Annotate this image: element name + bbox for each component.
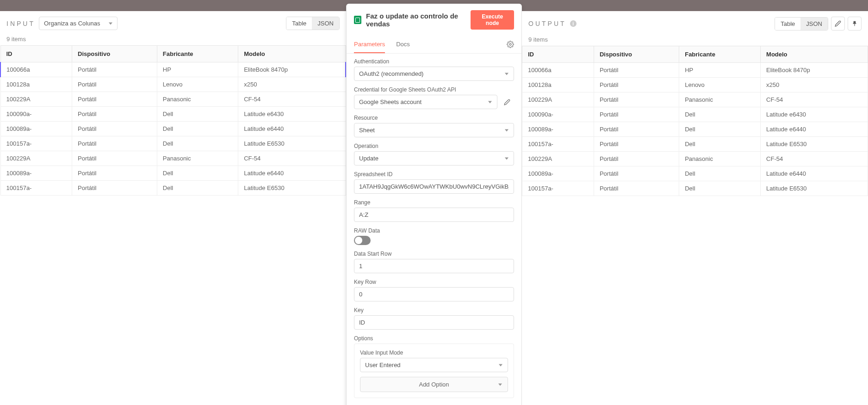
table-cell: Latitude e6440: [761, 122, 868, 137]
table-cell: 100157a-: [0, 181, 72, 196]
table-row[interactable]: 100157a-PortátilDellLatitude E6530: [522, 181, 868, 196]
input-source-select[interactable]: Organiza as Colunas: [39, 17, 118, 30]
table-row[interactable]: 100089a-PortátilDellLatitude e6440: [0, 166, 346, 181]
table-row[interactable]: 100229APortátilPanasonicCF-54: [0, 92, 346, 107]
value-input-mode-label: Value Input Mode: [360, 350, 508, 356]
output-items-count: 9 items: [528, 36, 862, 43]
table-cell: Portátil: [72, 92, 157, 107]
range-input[interactable]: [354, 208, 514, 222]
raw-data-label: RAW Data: [354, 227, 514, 234]
authentication-value: OAuth2 (recommended): [354, 67, 514, 81]
table-row[interactable]: 100157a-PortátilDellLatitude E6530: [0, 181, 346, 196]
node-title: Faz o update ao controlo de vendas: [366, 12, 471, 28]
table-cell: 100229A: [522, 152, 594, 166]
input-table: IDDispositivoFabricanteModelo 100066aPor…: [0, 45, 346, 196]
output-view-json[interactable]: JSON: [800, 18, 828, 30]
key-row-label: Key Row: [354, 279, 514, 285]
table-row[interactable]: 100066aPortátilHPEliteBook 8470p: [522, 63, 868, 78]
table-cell: 100066a: [522, 63, 594, 78]
authentication-select[interactable]: OAuth2 (recommended): [354, 67, 514, 81]
table-cell: Portátil: [72, 62, 157, 77]
table-row[interactable]: 100089a-PortátilDellLatitude e6440: [522, 122, 868, 137]
table-cell: HP: [157, 62, 238, 77]
table-row[interactable]: 100229APortátilPanasonicCF-54: [522, 92, 868, 107]
tab-parameters[interactable]: Parameters: [354, 36, 385, 53]
table-cell: HP: [679, 63, 761, 78]
table-header: ID: [0, 46, 72, 62]
add-option-button[interactable]: Add Option: [360, 377, 508, 392]
output-table: IDDispositivoFabricanteModelo 100066aPor…: [522, 46, 868, 196]
credential-select[interactable]: Google Sheets account: [354, 95, 497, 109]
table-cell: EliteBook 8470p: [761, 63, 868, 78]
table-cell: Dell: [679, 181, 761, 196]
spreadsheet-id-input[interactable]: [354, 179, 514, 194]
table-row[interactable]: 100066aPortátilHPEliteBook 8470p: [0, 62, 346, 77]
output-title: OUTPUT: [528, 20, 566, 27]
key-row-input[interactable]: [354, 287, 514, 301]
table-row[interactable]: 100229APortátilPanasonicCF-54: [522, 152, 868, 166]
value-input-mode-select[interactable]: User Entered: [360, 358, 508, 372]
table-cell: 100229A: [0, 151, 72, 166]
table-cell: Dell: [679, 166, 761, 181]
workspace: INPUT Organiza as Colunas Table JSON 9 i…: [0, 11, 868, 405]
input-view-table[interactable]: Table: [286, 17, 312, 30]
table-cell: Panasonic: [679, 92, 761, 107]
table-cell: Portátil: [594, 137, 679, 152]
table-row[interactable]: 100090a-PortátilDellLatitude e6430: [522, 107, 868, 122]
table-cell: Panasonic: [157, 92, 238, 107]
table-row[interactable]: 100229APortátilPanasonicCF-54: [0, 151, 346, 166]
table-cell: Portátil: [594, 63, 679, 78]
input-title: INPUT: [6, 20, 35, 27]
operation-value: Update: [354, 151, 514, 166]
pin-output-button[interactable]: [848, 17, 862, 31]
table-row[interactable]: 100128aPortátilLenovox250: [522, 78, 868, 92]
table-cell: CF-54: [761, 92, 868, 107]
table-cell: Latitude e6440: [761, 166, 868, 181]
output-view-table[interactable]: Table: [775, 18, 800, 30]
table-row[interactable]: 100128aPortátilLenovox250: [0, 77, 346, 92]
table-cell: Latitude E6530: [761, 181, 868, 196]
table-header: Modelo: [238, 46, 346, 62]
table-cell: Latitude e6430: [238, 107, 346, 122]
key-input[interactable]: [354, 315, 514, 330]
credential-label: Credential for Google Sheets OAuth2 API: [354, 86, 514, 93]
table-row[interactable]: 100090a-PortátilDellLatitude e6430: [0, 107, 346, 122]
table-cell: Dell: [679, 107, 761, 122]
resource-select[interactable]: Sheet: [354, 123, 514, 137]
table-row[interactable]: 100157a-PortátilDellLatitude E6530: [522, 137, 868, 152]
table-cell: Dell: [679, 137, 761, 152]
edit-credential-button[interactable]: [500, 95, 514, 109]
table-header: Fabricante: [679, 46, 761, 63]
table-cell: 100157a-: [522, 181, 594, 196]
table-cell: 100128a: [522, 78, 594, 92]
table-cell: Portátil: [594, 122, 679, 137]
table-row[interactable]: 100157a-PortátilDellLatitude E6530: [0, 136, 346, 151]
table-cell: Dell: [157, 181, 238, 196]
operation-select[interactable]: Update: [354, 151, 514, 166]
gear-icon[interactable]: [507, 41, 514, 48]
table-cell: 100066a: [0, 62, 72, 77]
table-cell: Latitude E6530: [238, 136, 346, 151]
table-cell: Portátil: [72, 122, 157, 136]
table-row[interactable]: 100089a-PortátilDellLatitude e6440: [0, 122, 346, 136]
data-start-row-input[interactable]: [354, 259, 514, 273]
operation-label: Operation: [354, 143, 514, 149]
table-cell: CF-54: [761, 152, 868, 166]
options-box: Value Input Mode User Entered Add Option: [354, 344, 514, 398]
raw-data-toggle[interactable]: [354, 236, 371, 245]
table-cell: Lenovo: [679, 78, 761, 92]
table-cell: 100089a-: [522, 166, 594, 181]
input-view-json[interactable]: JSON: [312, 17, 339, 30]
info-icon[interactable]: i: [570, 20, 577, 27]
tab-docs[interactable]: Docs: [396, 36, 410, 53]
table-cell: 100090a-: [522, 107, 594, 122]
table-cell: Portátil: [594, 92, 679, 107]
table-row[interactable]: 100089a-PortátilDellLatitude e6440: [522, 166, 868, 181]
output-view-toggle: Table JSON: [775, 17, 828, 31]
table-cell: Portátil: [72, 181, 157, 196]
edit-output-button[interactable]: [831, 17, 845, 31]
authentication-label: Authentication: [354, 58, 514, 65]
table-cell: Dell: [679, 122, 761, 137]
execute-node-button[interactable]: Execute node: [471, 10, 514, 30]
table-cell: Dell: [157, 107, 238, 122]
